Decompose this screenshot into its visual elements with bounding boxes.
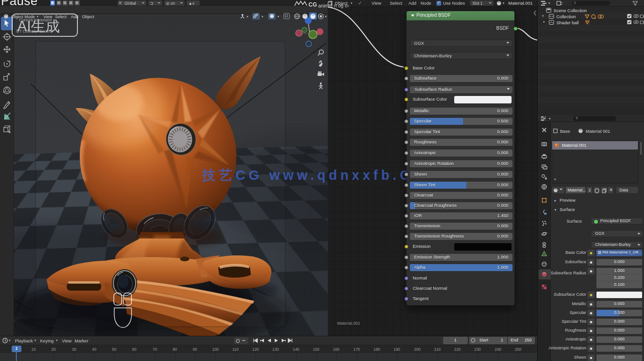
svg-text:animnt ri og o›: animnt ri og o› [318, 3, 349, 8]
svg-text:CG: CG [308, 1, 317, 8]
